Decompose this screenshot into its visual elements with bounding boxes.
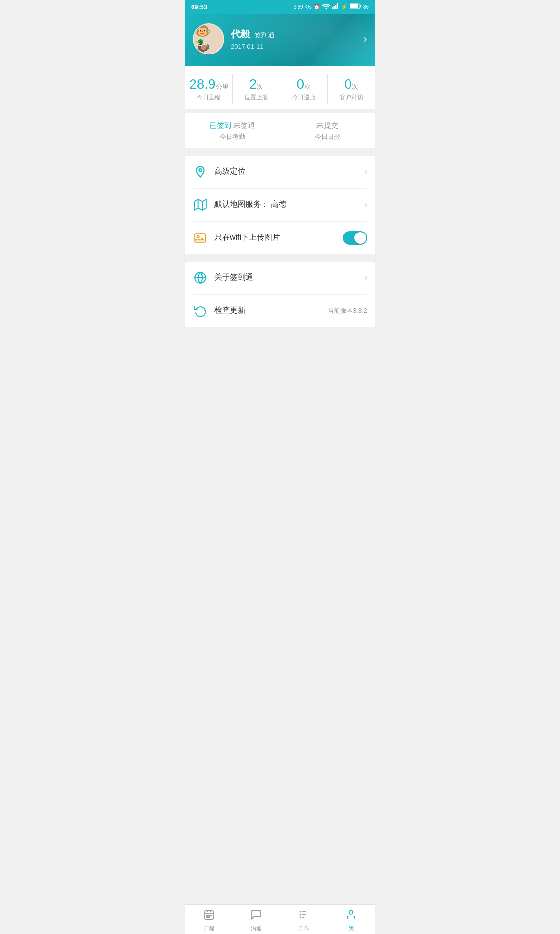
status-icons: 3.89 K/s ⏰ ⚡: [294, 3, 369, 10]
stat-visit-number: 0次: [328, 76, 375, 92]
stat-mileage-label: 今日里程: [185, 93, 232, 102]
svg-point-7: [199, 169, 201, 171]
stat-visit: 0次 客户拜访: [328, 74, 375, 104]
speed-indicator: 3.89 K/s: [294, 4, 312, 10]
attendance-report-label: 今日日报: [280, 132, 375, 141]
menu-item-map[interactable]: 默认地图服务： 高德 ›: [185, 189, 375, 221]
svg-rect-3: [337, 3, 338, 9]
menu-about-chevron-icon: ›: [364, 272, 367, 283]
about-section: 关于签到通 › 检查更新 当前版本3.8.2: [185, 262, 375, 327]
globe-icon: [193, 270, 208, 285]
stats-section: 28.9公里 今日里程 2次 位置上报 0次 今日巡店 0次 客户拜访: [185, 66, 375, 109]
profile-date: 2017-01-11: [231, 43, 275, 50]
image-upload-icon: [193, 231, 208, 245]
profile-app-name: 签到通: [254, 31, 275, 40]
charging-icon: ⚡: [341, 4, 348, 10]
menu-map-chevron-icon: ›: [364, 199, 367, 210]
attendance-report-status: 未提交: [280, 121, 375, 130]
attendance-checkin: 已签到 未签退 今日考勤: [185, 121, 280, 141]
menu-map-label: 默认地图服务： 高德: [214, 199, 364, 210]
signal-icon: [332, 3, 339, 10]
avatar: 🐵🦆: [193, 23, 224, 54]
stat-patrol: 0次 今日巡店: [280, 74, 328, 104]
status-bar: 09:53 3.89 K/s ⏰: [185, 0, 375, 14]
svg-rect-11: [195, 234, 206, 242]
attendance-section: 已签到 未签退 今日考勤 未提交 今日日报: [185, 113, 375, 148]
attendance-report: 未提交 今日日报: [280, 121, 375, 141]
stat-patrol-number: 0次: [280, 76, 328, 92]
stat-mileage-number: 28.9公里: [185, 76, 232, 92]
menu-item-about[interactable]: 关于签到通 ›: [185, 262, 375, 294]
profile-header[interactable]: 🐵🦆 代毅 签到通 2017-01-11 ›: [185, 14, 375, 66]
menu-gps-chevron-icon: ›: [364, 166, 367, 177]
menu-item-gps[interactable]: 高级定位 ›: [185, 156, 375, 188]
clock-icon: ⏰: [314, 4, 320, 10]
svg-marker-8: [194, 199, 206, 210]
wifi-icon: [322, 3, 330, 10]
svg-rect-6: [360, 5, 361, 8]
stat-location-label: 位置上报: [233, 93, 280, 102]
status-time: 09:53: [191, 3, 207, 11]
profile-chevron-icon: ›: [363, 31, 367, 47]
menu-update-label: 检查更新: [214, 305, 328, 316]
profile-info: 代毅 签到通 2017-01-11: [231, 28, 275, 50]
version-text: 当前版本3.8.2: [328, 306, 367, 315]
svg-point-12: [197, 235, 199, 237]
menu-item-update[interactable]: 检查更新 当前版本3.8.2: [185, 295, 375, 327]
map-icon: [193, 198, 208, 212]
menu-gps-label: 高级定位: [214, 166, 364, 177]
stat-location: 2次 位置上报: [233, 74, 280, 104]
svg-rect-0: [332, 7, 333, 9]
menu-section-1: 高级定位 › 默认地图服务： 高德 ›: [185, 156, 375, 254]
svg-rect-1: [333, 6, 335, 10]
attendance-checkin-status: 已签到 未签退: [185, 121, 280, 130]
stat-mileage: 28.9公里 今日里程: [185, 74, 233, 104]
battery-icon: [350, 3, 361, 10]
separator-1: [185, 152, 375, 156]
toggle-knob: [354, 232, 366, 244]
refresh-icon: [193, 304, 208, 318]
menu-about-label: 关于签到通: [214, 272, 364, 283]
separator-2: [185, 258, 375, 262]
location-icon: [193, 164, 208, 179]
attendance-checkin-label: 今日考勤: [185, 132, 280, 141]
svg-rect-5: [350, 4, 358, 8]
wifi-upload-toggle[interactable]: [343, 231, 367, 245]
svg-rect-2: [335, 5, 337, 9]
stat-location-number: 2次: [233, 76, 280, 92]
menu-item-wifi-upload[interactable]: 只在wifi下上传图片: [185, 222, 375, 254]
stat-visit-label: 客户拜访: [328, 93, 375, 102]
menu-wifi-label: 只在wifi下上传图片: [214, 233, 343, 243]
stat-patrol-label: 今日巡店: [280, 93, 328, 102]
profile-name: 代毅: [231, 28, 250, 41]
battery-percent: 86: [363, 4, 369, 10]
